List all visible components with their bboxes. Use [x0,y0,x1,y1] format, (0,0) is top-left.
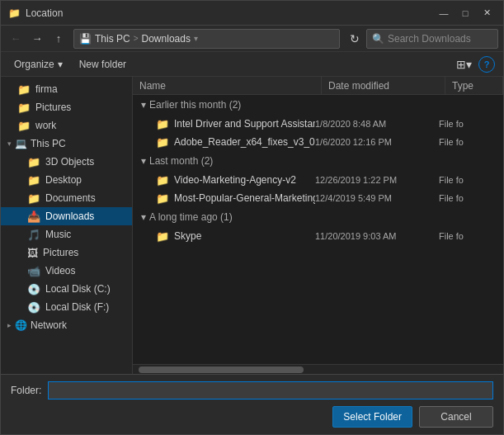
sidebar-item-this-pc[interactable]: ▾ 💻 This PC [1,135,132,153]
nav-toolbar: ← → ↑ 💾 This PC > Downloads ▾ ↻ 🔍 Search… [1,26,503,52]
folder-row: Folder: [11,381,493,400]
h-scroll-thumb [139,366,304,373]
file-date: 11/20/2019 9:03 AM [315,231,439,241]
expand-icon: ▾ [7,139,12,148]
column-date[interactable]: Date modified [322,77,445,94]
new-folder-button[interactable]: New folder [74,57,131,72]
folder-icon: 📁 [17,120,31,132]
column-type[interactable]: Type [445,77,503,94]
folder-icon: 📁 [17,102,31,114]
sidebar-item-pictures[interactable]: 📁 Pictures [1,98,132,116]
drive-icon: 💾 [79,33,92,45]
file-date: 1/6/2020 12:16 PM [315,137,439,147]
file-header: Name Date modified Type [133,77,503,95]
minimize-button[interactable]: — [434,5,454,21]
sidebar-item-label: Downloads [45,210,94,222]
sidebar-item-documents[interactable]: 📁 Documents [1,189,132,207]
expand-icon: ▸ [7,321,12,329]
up-button[interactable]: ↑ [49,29,68,49]
pictures-icon: 🖼 [27,247,38,259]
file-name-text: Intel Driver and Support Assistant [174,118,315,130]
table-row[interactable]: 📁 Skype 11/20/2019 9:03 AM File fo [133,227,503,245]
file-name: 📁 Most-Popular-General-Marketing-Agency [139,192,315,205]
search-icon: 🔍 [372,33,384,45]
view-button[interactable]: ⊞▾ [453,56,475,73]
file-name: 📁 Adobe_Reader_x64_fixes_v3_001_noinsta.… [139,136,315,149]
sidebar-item-label: Documents [45,192,96,204]
horizontal-scrollbar[interactable] [133,364,503,374]
group-header-long-ago: ▾ A long time ago (1) [133,207,503,227]
column-name[interactable]: Name [133,77,322,94]
file-folder-icon: 📁 [156,230,169,243]
toolbar-right: ⊞▾ ? [453,56,495,73]
sidebar-item-label: Videos [45,265,75,277]
videos-icon: 📹 [27,265,40,277]
this-pc-crumb: This PC [95,33,130,45]
table-row[interactable]: 📁 Intel Driver and Support Assistant 1/8… [133,115,503,133]
downloads-icon: 📥 [27,210,40,223]
sidebar-item-label: 3D Objects [45,156,94,168]
sidebar-item-pictures2[interactable]: 🖼 Pictures [1,244,132,262]
file-folder-icon: 📁 [156,174,169,187]
forward-button[interactable]: → [27,29,47,49]
address-bar[interactable]: 💾 This PC > Downloads ▾ [73,29,340,49]
sidebar-item-videos[interactable]: 📹 Videos [1,262,132,280]
title-bar: 📁 Location — □ ✕ [1,1,503,26]
footer-buttons: Select Folder Cancel [11,406,493,428]
sidebar-item-firma[interactable]: 📁 firma [1,80,132,98]
search-placeholder: Search Downloads [388,33,471,45]
file-name: 📁 Video-Marketing-Agency-v2 [139,174,315,187]
search-box[interactable]: 🔍 Search Downloads [366,29,498,49]
sidebar-item-local-disk-f[interactable]: 💿 Local Disk (F:) [1,298,132,316]
maximize-button[interactable]: □ [455,5,475,21]
window-icon: 📁 [7,7,21,20]
sidebar-item-network[interactable]: ▸ 🌐 Network [1,316,132,334]
sidebar-item-label: Pictures [43,247,78,258]
sidebar-item-desktop[interactable]: 📁 Desktop [1,171,132,189]
pc-icon: 💻 [15,138,27,149]
sidebar-item-local-disk-c[interactable]: 💿 Local Disk (C:) [1,280,132,298]
file-name: 📁 Intel Driver and Support Assistant [139,118,315,130]
current-crumb: Downloads [142,33,191,45]
sidebar-item-work[interactable]: 📁 work [1,116,132,135]
sidebar-item-3d-objects[interactable]: 📁 3D Objects [1,153,132,171]
back-button[interactable]: ← [6,29,26,49]
window-controls: — □ ✕ [434,5,497,21]
table-row[interactable]: 📁 Adobe_Reader_x64_fixes_v3_001_noinsta.… [133,133,503,151]
sidebar-item-label: Local Disk (C:) [45,283,111,295]
folder-label: Folder: [11,385,41,396]
window-title: Location [26,7,434,19]
folder-input[interactable] [48,381,493,400]
file-date: 12/4/2019 5:49 PM [315,193,439,203]
sidebar-item-label: Desktop [45,174,82,186]
organize-button[interactable]: Organize ▾ [9,57,68,72]
help-button[interactable]: ? [478,56,495,73]
group-expand-icon: ▾ [141,99,146,111]
file-folder-icon: 📁 [156,136,169,149]
crumb-separator: > [134,34,139,43]
table-row[interactable]: 📁 Video-Marketing-Agency-v2 12/26/2019 1… [133,171,503,189]
file-date: 12/26/2019 1:22 PM [315,175,439,185]
file-area: Name Date modified Type ▾ Earlier this m… [133,77,503,374]
file-dialog-window: 📁 Location — □ ✕ ← → ↑ 💾 This PC > Downl… [0,0,504,435]
file-type: File fo [439,137,497,147]
main-content: 📁 firma 📁 Pictures 📁 work ▾ 💻 This PC 📁 … [1,77,503,374]
file-name-text: Video-Marketing-Agency-v2 [174,174,296,186]
select-folder-button[interactable]: Select Folder [332,406,412,428]
sidebar-item-music[interactable]: 🎵 Music [1,225,132,244]
file-name-text: Adobe_Reader_x64_fixes_v3_001_noinsta... [174,136,315,148]
folder-icon: 📁 [17,83,31,96]
organize-label: Organize [14,59,54,70]
sidebar-item-downloads[interactable]: 📥 Intel Driver and Support Assistant Dow… [1,207,132,225]
group-expand-icon: ▾ [141,211,146,223]
new-folder-label: New folder [79,59,126,70]
action-toolbar: Organize ▾ New folder ⊞▾ ? [1,52,503,77]
sidebar-item-label: Local Disk (F:) [45,301,109,313]
close-button[interactable]: ✕ [477,5,497,21]
crumb-dropdown: ▾ [194,34,198,43]
cancel-button[interactable]: Cancel [419,406,493,428]
table-row[interactable]: 📁 Most-Popular-General-Marketing-Agency … [133,189,503,207]
h-scroll-track [134,366,502,373]
file-folder-icon: 📁 [156,192,169,205]
refresh-button[interactable]: ↻ [345,29,365,49]
